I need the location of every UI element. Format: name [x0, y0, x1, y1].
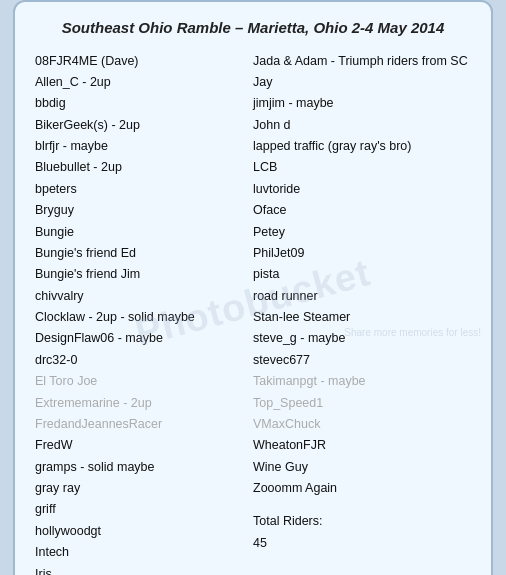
- rider-entry: BikerGeek(s) - 2up: [35, 116, 253, 135]
- rider-columns: 08FJR4ME (Dave)Allen_C - 2upbbdigBikerGe…: [35, 52, 471, 576]
- total-riders-label: Total Riders:: [253, 512, 471, 531]
- rider-entry: bbdig: [35, 94, 253, 113]
- rider-entry: VMaxChuck: [253, 415, 471, 434]
- rider-entry: stevec677: [253, 351, 471, 370]
- rider-entry: Clocklaw - 2up - solid maybe: [35, 308, 253, 327]
- rider-entry: road runner: [253, 287, 471, 306]
- rider-entry: DesignFlaw06 - maybe: [35, 329, 253, 348]
- rider-entry: FredW: [35, 436, 253, 455]
- rider-entry: 08FJR4ME (Dave): [35, 52, 253, 71]
- rider-entry: Stan-lee Steamer: [253, 308, 471, 327]
- rider-entry: Oface: [253, 201, 471, 220]
- rider-entry: jimjim - maybe: [253, 94, 471, 113]
- rider-entry: Bluebullet - 2up: [35, 158, 253, 177]
- total-riders-count: 45: [253, 534, 471, 553]
- rider-entry: El Toro Joe: [35, 372, 253, 391]
- rider-entry: Bryguy: [35, 201, 253, 220]
- rider-entry: luvtoride: [253, 180, 471, 199]
- rider-entry: Allen_C - 2up: [35, 73, 253, 92]
- rider-entry: steve_g - maybe: [253, 329, 471, 348]
- rider-entry: Bungie: [35, 223, 253, 242]
- rider-entry: chivvalry: [35, 287, 253, 306]
- rider-entry: Bungie's friend Jim: [35, 265, 253, 284]
- rider-entry: PhilJet09: [253, 244, 471, 263]
- rider-entry: Jay: [253, 73, 471, 92]
- rider-entry: hollywoodgt: [35, 522, 253, 541]
- rider-entry: FredandJeannesRacer: [35, 415, 253, 434]
- rider-entry: blrfjr - maybe: [35, 137, 253, 156]
- rider-entry: gray ray: [35, 479, 253, 498]
- rider-entry: griff: [35, 500, 253, 519]
- rider-entry: LCB: [253, 158, 471, 177]
- rider-entry: Jada & Adam - Triumph riders from SC: [253, 52, 471, 71]
- rider-entry: Petey: [253, 223, 471, 242]
- event-card: Southeast Ohio Ramble – Marietta, Ohio 2…: [13, 0, 493, 575]
- rider-entry: gramps - solid maybe: [35, 458, 253, 477]
- rider-entry: Takimanpgt - maybe: [253, 372, 471, 391]
- rider-entry: Top_Speed1: [253, 394, 471, 413]
- rider-entry: WheatonFJR: [253, 436, 471, 455]
- rider-entry: lapped traffic (gray ray's bro): [253, 137, 471, 156]
- rider-entry: Iris: [35, 565, 253, 576]
- rider-entry: Intech: [35, 543, 253, 562]
- rider-entry: Zooomm Again: [253, 479, 471, 498]
- rider-entry: bpeters: [35, 180, 253, 199]
- rider-entry: Extrememarine - 2up: [35, 394, 253, 413]
- left-column: 08FJR4ME (Dave)Allen_C - 2upbbdigBikerGe…: [35, 52, 253, 576]
- rider-entry: drc32-0: [35, 351, 253, 370]
- rider-entry: pista: [253, 265, 471, 284]
- rider-entry: Wine Guy: [253, 458, 471, 477]
- rider-entry: Bungie's friend Ed: [35, 244, 253, 263]
- rider-entry: John d: [253, 116, 471, 135]
- event-title: Southeast Ohio Ramble – Marietta, Ohio 2…: [35, 18, 471, 38]
- right-column: Jada & Adam - Triumph riders from SCJayj…: [253, 52, 471, 576]
